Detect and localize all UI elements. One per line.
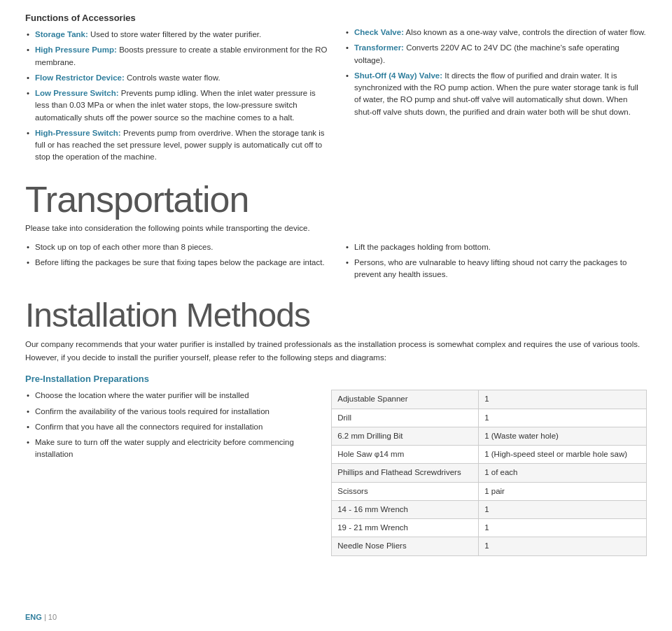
list-item: Confirm the availability of the various … <box>25 406 314 418</box>
accessories-right-col: Check Valve: Also known as a one-way val… <box>344 13 647 167</box>
tool-qty: 1 <box>479 519 647 537</box>
table-row: Hole Saw φ14 mm 1 (High-speed steel or m… <box>332 446 647 464</box>
transportation-right-list: Lift the packages holding from bottom. P… <box>344 241 647 281</box>
tool-name: Needle Nose Pliers <box>332 537 479 555</box>
footer-page-number: 10 <box>48 613 57 621</box>
table-row: Drill 1 <box>332 409 647 427</box>
tool-qty: 1 <box>479 537 647 555</box>
transportation-right-col: Lift the packages holding from bottom. P… <box>344 241 647 285</box>
table-row: Needle Nose Pliers 1 <box>332 537 647 555</box>
transportation-section: Transportation Please take into consider… <box>25 180 647 285</box>
accessories-title: Functions of Accessories <box>25 13 328 23</box>
tool-qty: 1 pair <box>479 482 647 500</box>
term-transformer: Transformer: <box>354 43 404 52</box>
transport-item-4: Persons, who are vulnarable to heavy lif… <box>354 258 626 278</box>
term-check-valve: Check Valve: <box>354 28 404 36</box>
installation-section: Installation Methods Our company recomme… <box>25 297 647 556</box>
list-item: Persons, who are vulnarable to heavy lif… <box>344 257 647 281</box>
install-item-1: Choose the location where the water puri… <box>35 391 249 399</box>
table-row: 6.2 mm Drilling Bit 1 (Waste water hole) <box>332 427 647 445</box>
list-item: Shut-Off (4 Way) Valve: It directs the f… <box>344 70 647 118</box>
list-item: Before lifting the packages be sure that… <box>25 257 328 269</box>
table-row: 14 - 16 mm Wrench 1 <box>332 500 647 518</box>
list-item: High-Pressure Switch: Prevents pump from… <box>25 127 328 164</box>
term-low-pressure-switch: Low Pressure Switch: <box>35 89 119 97</box>
list-item: Check Valve: Also known as a one-way val… <box>344 27 647 38</box>
accessories-left-col: Functions of Accessories Storage Tank: U… <box>25 13 328 167</box>
term-storage-tank: Storage Tank: <box>35 30 88 38</box>
tool-name: 14 - 16 mm Wrench <box>332 500 479 518</box>
text-check-valve: Also known as a one-way valve, controls … <box>406 28 646 36</box>
list-item: Stock up on top of each other more than … <box>25 241 328 253</box>
installation-content: Choose the location where the water puri… <box>25 390 647 555</box>
tool-qty: 1 <box>479 409 647 427</box>
tool-name: Scissors <box>332 482 479 500</box>
tools-table: Adjustable Spanner 1 Drill 1 6.2 mm Dril… <box>331 390 647 555</box>
list-item: Storage Tank: Used to store water filter… <box>25 29 328 41</box>
text-flow-restrictor: Controls waste water flow. <box>127 73 220 82</box>
list-item: Lift the packages holding from bottom. <box>344 241 647 253</box>
term-high-pressure-switch: High-Pressure Switch: <box>35 129 121 137</box>
table-row: Scissors 1 pair <box>332 482 647 500</box>
tool-name: 19 - 21 mm Wrench <box>332 519 479 537</box>
list-item: Make sure to turn off the water supply a… <box>25 437 314 461</box>
transportation-left-col: Stock up on top of each other more than … <box>25 241 328 285</box>
table-row: Adjustable Spanner 1 <box>332 390 647 409</box>
transportation-lists: Stock up on top of each other more than … <box>25 241 647 285</box>
pre-install-title: Pre-Installation Preparations <box>25 374 647 384</box>
term-high-pressure-pump: High Pressure Pump: <box>35 45 117 54</box>
footer-eng-label: ENG <box>25 613 42 621</box>
install-item-4: Make sure to turn off the water supply a… <box>35 438 294 458</box>
tool-qty: 1 of each <box>479 464 647 482</box>
transportation-intro: Please take into consideration the follo… <box>25 222 647 234</box>
tool-name: Phillips and Flathead Screwdrivers <box>332 464 479 482</box>
list-item: High Pressure Pump: Boosts pressure to c… <box>25 44 328 69</box>
installation-left-col: Choose the location where the water puri… <box>25 390 314 555</box>
term-shutoff-valve: Shut-Off (4 Way) Valve: <box>354 71 442 80</box>
table-row: Phillips and Flathead Screwdrivers 1 of … <box>332 464 647 482</box>
list-item: Flow Restrictor Device: Controls waste w… <box>25 72 328 84</box>
tool-qty: 1 <box>479 500 647 518</box>
text-storage-tank: Used to store water filtered by the wate… <box>90 30 261 38</box>
install-item-2: Confirm the availability of the various … <box>35 407 270 416</box>
installation-intro: Our company recommends that your water p… <box>25 338 647 364</box>
tools-table-body: Adjustable Spanner 1 Drill 1 6.2 mm Dril… <box>332 390 647 555</box>
list-item: Choose the location where the water puri… <box>25 390 314 402</box>
tool-qty: 1 (Waste water hole) <box>479 427 647 445</box>
tool-name: Adjustable Spanner <box>332 390 479 409</box>
list-item: Confirm that you have all the connectors… <box>25 421 314 433</box>
tool-name: 6.2 mm Drilling Bit <box>332 427 479 445</box>
transport-item-1: Stock up on top of each other more than … <box>35 243 213 251</box>
transportation-left-list: Stock up on top of each other more than … <box>25 241 328 269</box>
accessories-section: Functions of Accessories Storage Tank: U… <box>25 13 647 167</box>
list-item: Low Pressure Switch: Prevents pump idlin… <box>25 87 328 124</box>
tool-qty: 1 (High-speed steel or marble hole saw) <box>479 446 647 464</box>
installation-right-col: Adjustable Spanner 1 Drill 1 6.2 mm Dril… <box>331 390 647 555</box>
accessories-right-list: Check Valve: Also known as a one-way val… <box>344 27 647 118</box>
tool-qty: 1 <box>479 390 647 409</box>
table-row: 19 - 21 mm Wrench 1 <box>332 519 647 537</box>
list-item: Transformer: Converts 220V AC to 24V DC … <box>344 42 647 66</box>
footer: ENG | 10 <box>25 613 57 621</box>
tool-name: Hole Saw φ14 mm <box>332 446 479 464</box>
install-item-3: Confirm that you have all the connectors… <box>35 423 262 431</box>
accessories-left-list: Storage Tank: Used to store water filter… <box>25 29 328 164</box>
term-flow-restrictor: Flow Restrictor Device: <box>35 73 125 82</box>
transport-item-3: Lift the packages holding from bottom. <box>354 243 491 251</box>
installation-title: Installation Methods <box>25 297 647 334</box>
transport-item-2: Before lifting the packages be sure that… <box>35 258 325 267</box>
install-left-list: Choose the location where the water puri… <box>25 390 314 460</box>
transportation-title: Transportation <box>25 180 647 220</box>
tool-name: Drill <box>332 409 479 427</box>
